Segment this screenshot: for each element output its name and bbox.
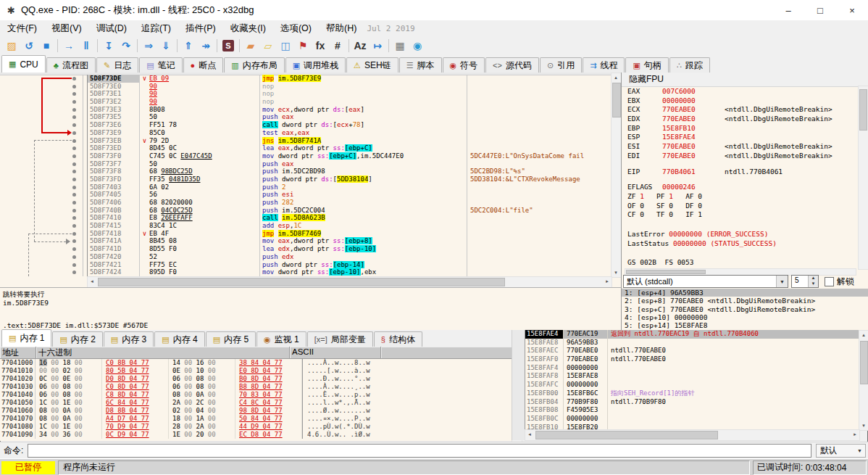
disasm-row[interactable]: 5D8F73DE∨EB 09jmp im.5D8F73E9: [0, 75, 611, 83]
dump-row[interactable]: 7704101000 00 02 0080 5B 04 770E 00 10 0…: [0, 367, 512, 375]
stack-row[interactable]: 15E8FB04770B9F80ntdll.770B9F80: [525, 398, 859, 407]
breakpoint-dot-icon[interactable]: [72, 232, 76, 236]
tab-notes[interactable]: ▤笔记: [139, 57, 182, 73]
dump-row[interactable]: 7704104006 00 08 00C8 8D 04 7708 00 0A 0…: [0, 391, 512, 399]
flags-row[interactable]: CF 0 TF 0 IF 1: [627, 210, 856, 220]
tab-seh[interactable]: ⚠SEH链: [346, 57, 398, 73]
crc-hash-icon[interactable]: #: [329, 38, 346, 54]
strings-icon[interactable]: Az: [351, 38, 369, 54]
tab-dump-2[interactable]: ▤内存 2: [52, 331, 102, 347]
flags-row[interactable]: OF 0 SF 0 DF 0: [627, 202, 856, 211]
dump-pointer-group[interactable]: 80 5B 04 77: [102, 367, 169, 375]
scroll-left-icon[interactable]: ◂: [525, 430, 534, 439]
disasm-row[interactable]: 5D8F740556push esi: [0, 191, 611, 199]
register-row[interactable]: GS 002B FS 0053: [627, 258, 856, 268]
menu-item[interactable]: 收藏夹(I): [223, 22, 273, 35]
disasm-row[interactable]: 5D8F73EB∨79 2Djns im.5D8F741A: [0, 137, 611, 145]
breakpoint-dot-icon[interactable]: [72, 123, 76, 127]
breakpoint-dot-icon[interactable]: [72, 201, 76, 205]
register-value[interactable]: 770B4061: [662, 168, 725, 177]
dump-row[interactable]: 770410501C 00 1E 006C 84 04 772A 00 2C 0…: [0, 399, 512, 407]
breakpoint-dot-icon[interactable]: [72, 77, 76, 80]
stack-row[interactable]: 15E8FB0C00000000: [525, 415, 859, 424]
scroll-left-icon[interactable]: ◂: [88, 277, 96, 286]
scylla-icon[interactable]: S: [220, 38, 237, 54]
argument-row[interactable]: 3: [esp+C] 770EABE0 <ntdll.DbgUiRemoteBr…: [622, 305, 868, 313]
register-row[interactable]: EBP15E8FB10: [627, 124, 856, 133]
tab-graph[interactable]: ♣流程图: [46, 57, 96, 73]
disasm-row[interactable]: 5D8F74036A 02push 2: [0, 183, 611, 191]
register-value[interactable]: 770EABE0: [662, 105, 725, 115]
menu-item[interactable]: 插件(P): [178, 22, 223, 35]
dump-byte-group[interactable]: 08 00 0A 00: [169, 391, 235, 399]
dump-pointer-group[interactable]: B0 8D 04 77: [235, 375, 302, 383]
flags-row[interactable]: ZF 1 PF 1 AF 0: [627, 192, 856, 202]
menu-item[interactable]: 帮助(H): [319, 22, 364, 35]
labels-icon[interactable]: ◫: [277, 38, 294, 54]
tab-dump-3[interactable]: ▤内存 3: [104, 331, 154, 347]
breakpoint-dot-icon[interactable]: [72, 216, 76, 220]
disasm-row[interactable]: 5D8F73E190nop: [0, 90, 611, 98]
dump-pointer-group[interactable]: A4 D7 04 77: [102, 415, 169, 423]
minimize-button[interactable]: –: [772, 1, 804, 20]
dump-byte-group[interactable]: 28 00 2A 00: [169, 423, 235, 431]
disasm-row[interactable]: 5D8F742052push edx: [0, 253, 611, 261]
register-value[interactable]: 00000000 (STATUS_SUCCESS): [673, 239, 777, 247]
tab-cpu[interactable]: ▦CPU: [1, 55, 46, 73]
disasm-row[interactable]: 5D8F7421FF75 ECpush dword ptr ss:[ebp-14…: [0, 261, 611, 269]
register-value[interactable]: 770EABE0: [662, 142, 725, 152]
dump-pointer-group[interactable]: C0 8B 04 77: [102, 359, 169, 367]
dump-byte-group[interactable]: 06 00 08 00: [169, 375, 235, 383]
stack-row[interactable]: 15E8FAE896A59BB3: [525, 339, 859, 347]
tab-dump-4[interactable]: ▤内存 4: [154, 331, 204, 347]
step-out-icon[interactable]: ⇑: [180, 38, 197, 54]
disasm-row[interactable]: 5D8F7410E8 26EEFAFFcall im.5D8A623B: [0, 214, 611, 222]
calling-convention-select[interactable]: 默认 (stdcall) ▼: [623, 275, 788, 288]
dump-byte-group[interactable]: 14 00 16 00: [169, 359, 235, 367]
disasm-row[interactable]: 5D8F73F868 98BDC25Dpush im.5DC2BD985DC2B…: [0, 168, 611, 175]
dump-pointer-group[interactable]: D0 8D 04 77: [102, 375, 169, 383]
stack-row[interactable]: 15E8FAF400000000: [525, 364, 859, 373]
spin-down-icon[interactable]: ▼: [809, 281, 818, 287]
scroll-right-icon[interactable]: ▸: [851, 430, 859, 439]
register-row[interactable]: EDI770EABE0<ntdll.DbgUiRemoteBreakin>: [627, 152, 856, 161]
open-file-icon[interactable]: ▨: [3, 38, 20, 54]
command-input[interactable]: [28, 444, 811, 458]
column-header-ascii[interactable]: ASCII: [290, 347, 381, 358]
column-header-address[interactable]: 地址: [0, 347, 36, 358]
step-into-icon[interactable]: ↧: [100, 38, 117, 54]
breakpoint-dot-icon[interactable]: [72, 270, 76, 274]
stack-row[interactable]: 15E8FB08F45905E3: [525, 406, 859, 415]
register-value[interactable]: 15E8FAE4: [662, 133, 696, 141]
stack-row[interactable]: 15E8FAFC00000000: [525, 381, 859, 389]
chevron-down-icon[interactable]: ▼: [776, 276, 788, 287]
dump-byte-group[interactable]: 18 00 1A 00: [169, 415, 235, 423]
argument-row[interactable]: 4: [esp+10] 00000000: [622, 313, 868, 321]
breakpoint-dot-icon[interactable]: [72, 115, 76, 119]
tab-source[interactable]: <>源代码: [485, 57, 539, 73]
dump-byte-group[interactable]: 0E 00 10 00: [169, 367, 235, 375]
dump-byte-group[interactable]: 16 00 18 00: [36, 359, 102, 367]
disasm-row[interactable]: 5D8F741D8D55 F0lea edx,dword ptr ss:[ebp…: [0, 245, 611, 253]
execute-till-return-icon[interactable]: ⇒: [140, 38, 157, 54]
scroll-up-icon[interactable]: ▴: [612, 73, 620, 82]
language-icon[interactable]: ◉: [409, 38, 426, 54]
dump-pointer-group[interactable]: C4 8C 04 77: [235, 399, 302, 407]
pane-splitter[interactable]: [512, 330, 525, 440]
dump-byte-group[interactable]: 1C 00 1E 00: [36, 399, 102, 407]
dump-pointer-group[interactable]: 70 D9 04 77: [102, 423, 169, 431]
breakpoint-dot-icon[interactable]: [72, 170, 76, 173]
disasm-row[interactable]: 5D8F73F750push eax: [0, 160, 611, 168]
dump-pointer-group[interactable]: EC D8 04 77: [235, 431, 302, 439]
dump-byte-group[interactable]: 2A 00 2C 00: [169, 399, 235, 407]
register-row[interactable]: ECX770EABE0<ntdll.DbgUiRemoteBreakin>: [627, 105, 856, 115]
register-row[interactable]: LastStatus 00000000 (STATUS_SUCCESS): [627, 239, 856, 249]
disasm-row[interactable]: 5D8F73FDFF35 0481D35Dpush dword ptr ds:[…: [0, 175, 611, 183]
tab-trace[interactable]: ∴跟踪: [669, 57, 710, 73]
dump-byte-group[interactable]: 1E 00 20 00: [169, 431, 235, 439]
disasm-vscrollbar[interactable]: ▴ ▾: [611, 73, 622, 278]
register-row[interactable]: LastError 00000000 (ERROR_SUCCESS): [627, 230, 856, 239]
register-value[interactable]: 00000246: [662, 183, 696, 191]
dump-row[interactable]: 770410801C 00 1E 0070 D9 04 7728 00 2A 0…: [0, 423, 512, 431]
breakpoint-dot-icon[interactable]: [72, 131, 76, 135]
